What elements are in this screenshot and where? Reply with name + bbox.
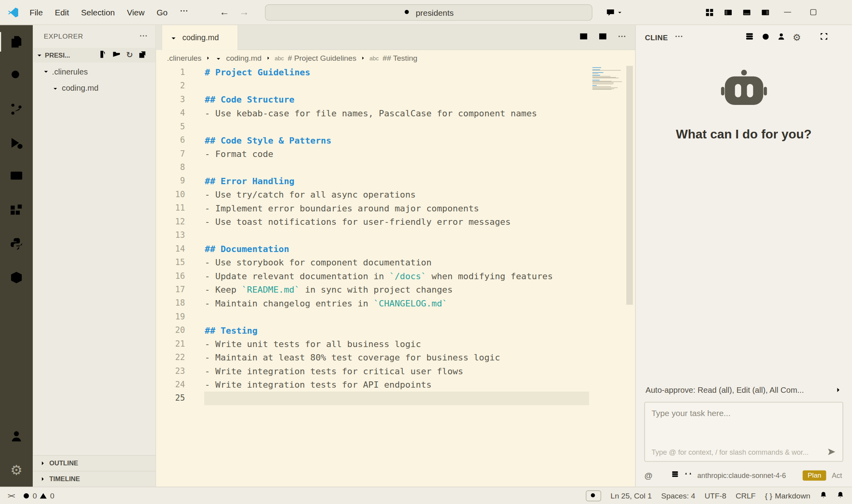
outline-section[interactable]: OUTLINE <box>33 455 155 471</box>
mention-button[interactable]: @ <box>645 470 652 480</box>
code-line[interactable]: 2 <box>156 79 635 93</box>
indentation[interactable]: Spaces: 4 <box>661 491 695 500</box>
toggle-primary-sidebar-button[interactable] <box>719 0 737 24</box>
cline-more-button[interactable] <box>674 32 683 43</box>
activity-python[interactable] <box>0 227 33 261</box>
activity-accounts[interactable] <box>0 419 33 453</box>
code-line[interactable]: 10- Use try/catch for all async operatio… <box>156 188 635 202</box>
send-icon[interactable] <box>827 448 836 456</box>
menu-edit[interactable]: Edit <box>49 4 75 20</box>
editor[interactable]: 1# Project Guidelines23## Code Structure… <box>156 66 635 487</box>
editor-scrollbar[interactable] <box>626 66 633 305</box>
forward-button[interactable]: → <box>239 7 249 18</box>
code-line[interactable]: 24- Write integration tests for API endp… <box>156 378 635 392</box>
activity-explorer[interactable] <box>0 25 33 58</box>
menu-go[interactable]: Go <box>151 4 174 20</box>
auto-approve-bar[interactable]: Auto-approve: Read (all), Edit (all), Al… <box>635 380 852 399</box>
customize-layout-button[interactable] <box>700 0 719 24</box>
language-mode[interactable]: { } Markdown <box>765 491 810 500</box>
activity-extensions[interactable] <box>0 193 33 227</box>
code-line[interactable]: 6## Code Style & Patterns <box>156 134 635 147</box>
breadcrumb-symbol-2[interactable]: ## Testing <box>383 54 417 62</box>
activity-remote-explorer[interactable] <box>0 160 33 193</box>
code-line[interactable]: 13 <box>156 229 635 242</box>
activity-source-control[interactable] <box>0 92 33 126</box>
notifications-button[interactable] <box>837 491 844 500</box>
eol-sequence[interactable]: CRLF <box>736 491 756 500</box>
task-input[interactable]: Type your task here... Type @ for contex… <box>645 402 843 461</box>
code-line[interactable]: 21- Write unit tests for all business lo… <box>156 337 635 351</box>
code-line[interactable]: 16- Update relevant documentation in `/d… <box>156 269 635 283</box>
cline-close-button[interactable] <box>835 32 844 43</box>
toggle-panel-button[interactable] <box>738 0 756 24</box>
maximize-button[interactable] <box>800 0 826 24</box>
code-line[interactable]: 4- Use kebab-case for file names, Pascal… <box>156 106 635 120</box>
code-line[interactable]: 5 <box>156 120 635 133</box>
activity-run-debug[interactable] <box>0 126 33 160</box>
new-folder-button[interactable] <box>112 50 121 60</box>
command-center-search[interactable]: presidents <box>265 4 592 21</box>
code-line[interactable]: 7- Format code <box>156 147 635 161</box>
back-button[interactable]: ← <box>220 7 230 18</box>
timeline-section[interactable]: TIMELINE <box>33 471 155 487</box>
minimize-button[interactable] <box>775 0 800 24</box>
code-line[interactable]: 15- Use storybook for component document… <box>156 256 635 269</box>
menu-file[interactable]: File <box>24 4 49 20</box>
editor-more-button[interactable] <box>618 32 626 43</box>
code-line[interactable]: 1# Project Guidelines <box>156 66 635 79</box>
menu-selection[interactable]: Selection <box>75 4 121 20</box>
cline-settings-button[interactable]: ⚙ <box>792 33 801 42</box>
split-editor-button[interactable] <box>579 32 588 43</box>
tree-item-coding.md[interactable]: coding.md <box>33 80 155 96</box>
menu-more-icon[interactable] <box>174 4 194 20</box>
cline-expand-button[interactable] <box>820 32 828 43</box>
rules-button[interactable] <box>671 470 678 480</box>
activity-settings[interactable]: ⚙ <box>0 453 33 487</box>
code-line[interactable]: 18- Maintain changelog entries in `CHANG… <box>156 297 635 310</box>
editor-layout-button[interactable] <box>598 32 607 43</box>
cline-mcp-button[interactable] <box>745 32 754 43</box>
add-context-button[interactable] <box>658 470 665 480</box>
toggle-secondary-sidebar-button[interactable] <box>756 0 775 24</box>
explorer-section-header[interactable]: PRESI... ↻ <box>33 48 155 62</box>
cline-account-button[interactable] <box>777 32 785 43</box>
do-not-disturb-button[interactable] <box>820 491 827 500</box>
breadcrumb-symbol-1[interactable]: # Project Guidelines <box>288 54 356 62</box>
minimap[interactable] <box>592 67 624 91</box>
code-line[interactable]: 3## Code Structure <box>156 93 635 106</box>
code-line[interactable]: 22- Maintain at least 80% test coverage … <box>156 351 635 364</box>
encoding[interactable]: UTF-8 <box>704 491 726 500</box>
code-line[interactable]: 12- Use toast notifications for user-fri… <box>156 215 635 228</box>
zoom-indicator[interactable] <box>586 490 601 501</box>
remote-indicator[interactable]: >< <box>7 491 14 500</box>
new-file-button[interactable] <box>99 50 107 60</box>
code-line[interactable]: 9## Error Handling <box>156 174 635 188</box>
tab-close-icon[interactable] <box>223 34 231 41</box>
act-mode-toggle[interactable]: Act <box>832 471 843 480</box>
code-line[interactable]: 17- Keep `README.md` in sync with projec… <box>156 283 635 297</box>
code-line[interactable]: 23- Write integration tests for critical… <box>156 364 635 378</box>
breadcrumb-file[interactable]: coding.md <box>226 54 262 62</box>
code-line[interactable]: 25 <box>156 392 635 405</box>
collapse-all-button[interactable] <box>138 50 147 60</box>
model-selector[interactable]: anthropic:claude-sonnet-4-6 <box>697 471 786 480</box>
activity-containers[interactable] <box>0 261 33 294</box>
refresh-button[interactable]: ↻ <box>126 51 133 59</box>
menu-view[interactable]: View <box>121 4 150 20</box>
cost-scales-button[interactable] <box>684 470 692 480</box>
chat-toggle-button[interactable] <box>602 4 626 21</box>
code-line[interactable]: 20## Testing <box>156 324 635 337</box>
breadcrumb-folder[interactable]: .clinerules <box>167 54 201 62</box>
plan-mode-toggle[interactable]: Plan <box>803 470 826 480</box>
code-line[interactable]: 8 <box>156 161 635 174</box>
code-line[interactable]: 19 <box>156 310 635 323</box>
errors-item[interactable]: 0 0 <box>22 491 54 500</box>
close-window-button[interactable] <box>826 0 852 24</box>
activity-search[interactable] <box>0 59 33 92</box>
tab-coding-md[interactable]: coding.md <box>161 25 238 50</box>
cline-history-button[interactable] <box>761 32 770 43</box>
code-line[interactable]: 11- Implement error boundaries around ma… <box>156 202 635 215</box>
explorer-more-button[interactable] <box>139 31 148 41</box>
cursor-position[interactable]: Ln 25, Col 1 <box>611 491 652 500</box>
code-line[interactable]: 14## Documentation <box>156 242 635 256</box>
